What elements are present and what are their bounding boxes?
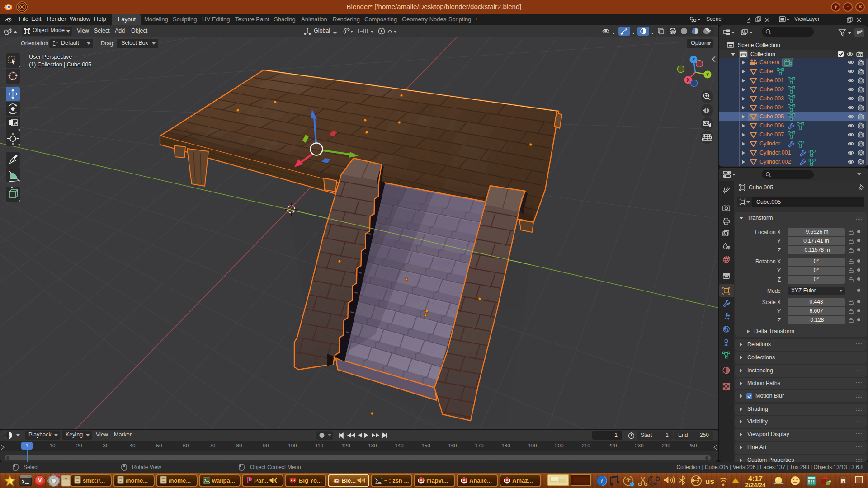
svg-text:X: X [687, 78, 690, 83]
svg-text:Z: Z [692, 57, 695, 62]
svg-text:V: V [463, 478, 466, 482]
svg-text:a: a [842, 479, 844, 483]
svg-text:Y: Y [706, 72, 709, 77]
svg-text:V: V [38, 477, 42, 483]
svg-text:us: us [705, 477, 714, 486]
svg-text:V: V [420, 478, 423, 482]
svg-text:V: V [506, 478, 509, 482]
svg-text:2/24/24: 2/24/24 [745, 482, 766, 488]
